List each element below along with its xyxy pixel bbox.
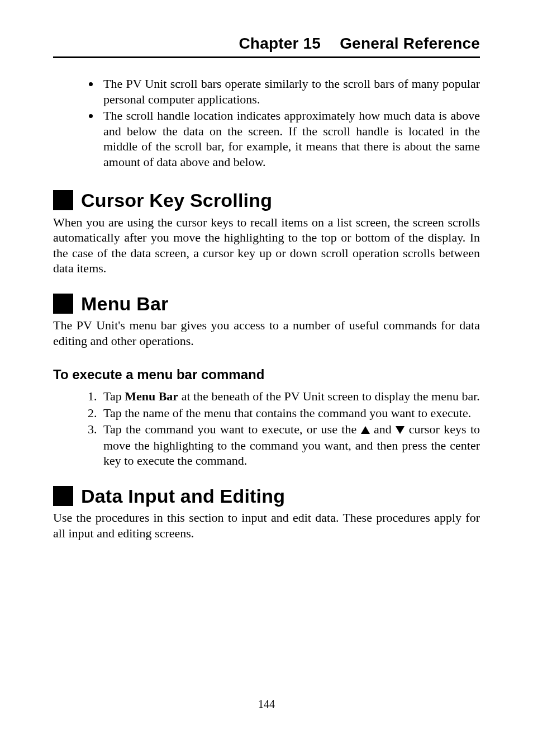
triangle-down-icon [396,422,404,438]
step-text: and [370,422,396,436]
section-paragraph: The PV Unit's menu bar gives you access … [53,318,480,348]
list-item: Tap Menu Bar at the beneath of the PV Un… [100,389,480,404]
steps-list: Tap Menu Bar at the beneath of the PV Un… [53,389,480,469]
section-bullet-icon [53,486,73,506]
step-text: at the beneath of the PV Unit screen to … [178,389,480,403]
chapter-running-head: Chapter 15 General Reference [53,34,480,58]
intro-bullet-list: The PV Unit scroll bars operate similarl… [53,76,480,169]
section-bullet-icon [53,294,73,314]
section-heading-row: Menu Bar [53,292,480,316]
step-text: Tap the command you want to execute, or … [103,422,361,436]
chapter-label: Chapter 15 [239,35,321,52]
list-item: Tap the command you want to execute, or … [100,422,480,469]
ui-term-menu-bar: Menu Bar [125,389,178,403]
list-item: The scroll handle location indicates app… [100,108,480,169]
svg-marker-1 [396,426,404,434]
page-number: 144 [0,697,533,711]
section-heading-row: Data Input and Editing [53,484,480,508]
section-data-input-editing: Data Input and Editing Use the procedure… [53,484,480,541]
section-paragraph: Use the procedures in this section to in… [53,510,480,541]
section-title: Menu Bar [81,292,169,316]
svg-marker-0 [361,426,370,434]
section-cursor-key-scrolling: Cursor Key Scrolling When you are using … [53,188,480,276]
section-menu-bar: Menu Bar The PV Unit's menu bar gives yo… [53,292,480,469]
section-title: Data Input and Editing [81,484,285,508]
section-title: Cursor Key Scrolling [81,188,272,212]
section-heading-row: Cursor Key Scrolling [53,188,480,212]
section-bullet-icon [53,190,73,210]
triangle-up-icon [361,422,370,438]
list-item: Tap the name of the menu that contains t… [100,405,480,421]
list-item: The PV Unit scroll bars operate similarl… [100,76,480,107]
chapter-title: General Reference [340,35,480,52]
subheading: To execute a menu bar command [53,366,480,383]
step-text: Tap [103,389,125,403]
section-paragraph: When you are using the cursor keys to re… [53,215,480,276]
